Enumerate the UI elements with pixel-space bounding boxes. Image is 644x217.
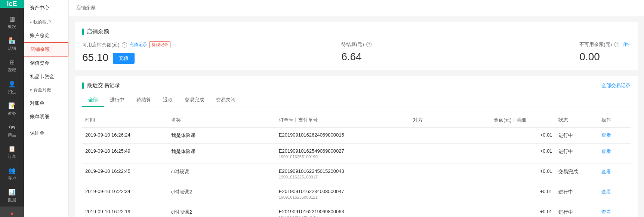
sidebar-label-course: 课程 — [8, 67, 16, 73]
customer-icon: 👥 — [8, 167, 16, 174]
cell-time-4: 2019-09-10 16:22:19 — [82, 204, 168, 217]
available-value-row: 65.10 充值 — [82, 51, 187, 64]
available-value: 65.10 — [82, 52, 108, 64]
nav-deposit[interactable]: 保证金 — [24, 126, 68, 140]
tab-refund[interactable]: 退款 — [157, 94, 179, 107]
nav-shop-balance[interactable]: 店铺余额 — [24, 42, 68, 56]
cell-action-2: 查看 — [598, 164, 631, 184]
unavailable-info-icon: ? — [614, 42, 619, 47]
cell-order-3: E20190910162234008500047 190910162360001… — [276, 184, 410, 204]
pending-label: 待结算(元) ? — [341, 41, 372, 48]
secondary-nav-title: 资产中心 — [24, 0, 68, 16]
my-account-section[interactable]: ▾ 我的账户 — [24, 16, 68, 29]
cell-party-3 — [410, 184, 491, 204]
balance-right: 不可用余额(元) ? 明细 0.00 — [526, 41, 631, 63]
nav-account-overview[interactable]: 账户总览 — [24, 29, 68, 42]
order-sub-2: 19091016225100017 — [279, 175, 407, 179]
cell-action-3: 查看 — [598, 184, 631, 204]
cell-name-2: cl时段课 — [168, 164, 276, 184]
unavailable-detail-link[interactable]: 明细 — [622, 42, 631, 48]
cell-action-4: 查看 — [598, 204, 631, 217]
col-header-party: 对方 — [410, 113, 491, 128]
unavailable-label-text: 不可用余额(元) — [579, 41, 612, 48]
balance-title-text: 店铺余额 — [87, 28, 109, 35]
course-icon: ⊞ — [10, 59, 15, 66]
cell-status-4: 进行中 — [555, 204, 598, 217]
content-body: 店铺余额 可用店铺余额(元) ? 充值记录 提现记录 65.10 充值 — [69, 16, 644, 217]
sidebar-label-order: 订单 — [8, 154, 16, 159]
app-logo: IcE — [0, 0, 24, 8]
transaction-tabs: 全部 进行中 待结算 退款 交易完成 交易关闭 — [82, 94, 631, 107]
pending-label-text: 待结算(元) — [341, 41, 364, 48]
academic-icon: 📝 — [8, 102, 16, 109]
cell-action-1: 查看 — [598, 144, 631, 164]
cell-time-1: 2019-09-10 16:25:49 — [82, 144, 168, 164]
col-header-status: 状态 — [555, 113, 598, 128]
cell-party-1 — [410, 144, 491, 164]
order-sub-4: 19091016221000142 — [279, 215, 407, 217]
transaction-title-text: 最近交易记录 — [87, 82, 120, 89]
tab-all[interactable]: 全部 — [82, 94, 104, 107]
sidebar-label-product: 商品 — [8, 132, 16, 138]
cell-order-4: E20190910162219069800063 190910162210001… — [276, 204, 410, 217]
tab-closed[interactable]: 交易关闭 — [210, 94, 241, 107]
nav-stored-value[interactable]: 储值资金 — [24, 56, 68, 70]
cell-party-4 — [410, 204, 491, 217]
sidebar-item-shop[interactable]: 🏪 店铺 — [0, 33, 24, 55]
view-link-1[interactable]: 查看 — [601, 149, 611, 154]
cell-party-2 — [410, 164, 491, 184]
my-account-arrow: ▾ — [30, 20, 32, 24]
cell-status-0: 进行中 — [555, 128, 598, 144]
transaction-title-bar — [82, 82, 84, 89]
view-link-2[interactable]: 查看 — [601, 169, 611, 174]
pending-info-icon: ? — [366, 42, 372, 47]
cell-action-0: 查看 — [598, 128, 631, 144]
table-row: 2019-09-10 16:25:49 我是体验课 E2019091016254… — [82, 144, 631, 164]
shop-icon: 🏪 — [8, 37, 16, 44]
view-link-3[interactable]: 查看 — [601, 189, 611, 195]
col-header-action: 操作 — [598, 113, 631, 128]
col-header-name: 名称 — [168, 113, 276, 128]
main-content: 店铺余额 店铺余额 可用店铺余额(元) ? 充值记录 提现记录 65.1 — [69, 0, 644, 217]
tab-ongoing[interactable]: 进行中 — [104, 94, 130, 107]
cell-amount-2: +0.01 — [491, 164, 555, 184]
view-link-4[interactable]: 查看 — [601, 209, 611, 215]
all-records-link[interactable]: 全部交易记录 — [601, 82, 631, 89]
table-row: 2019-09-10 16:26:24 我是体验课 E2019091016262… — [82, 128, 631, 144]
cell-amount-0: +0.01 — [491, 128, 555, 144]
sidebar-item-academic[interactable]: 📝 教务 — [0, 98, 24, 120]
cell-name-4: cl时段课2 — [168, 204, 276, 217]
sidebar-item-data[interactable]: 📊 数据 — [0, 185, 24, 207]
col-header-order: 订单号丨支付单号 — [276, 113, 410, 128]
sidebar-label-overview: 概况 — [8, 24, 16, 30]
sidebar-item-order[interactable]: 📋 订单 — [0, 141, 24, 163]
sidebar: IcE ▦ 概况 🏪 店铺 ⊞ 课程 👤 招生 📝 教务 🛍 商品 📋 订单 — [0, 0, 24, 217]
sidebar-item-course[interactable]: ⊞ 课程 — [0, 55, 24, 77]
sidebar-item-enroll[interactable]: 👤 招生 — [0, 77, 24, 98]
withdraw-record-link[interactable]: 提现记录 — [150, 41, 170, 48]
recharge-button[interactable]: 充值 — [113, 53, 135, 64]
asset-account-section[interactable]: ▾ 资金对账 — [24, 83, 68, 97]
order-sub-3: 19091016236000121 — [279, 195, 407, 199]
sidebar-item-overview[interactable]: ▦ 概况 — [0, 12, 24, 33]
cell-order-0: E20190910162624069800015 — [276, 128, 410, 144]
sidebar-item-product[interactable]: 🛍 商品 — [0, 120, 24, 141]
table-row: 2019-09-10 16:22:45 cl时段课 E2019091016224… — [82, 164, 631, 184]
sidebar-label-enroll: 招生 — [8, 89, 16, 95]
nav-gift-card[interactable]: 礼品卡资金 — [24, 70, 68, 83]
sidebar-item-customer[interactable]: 👥 客户 — [0, 163, 24, 185]
table-head: 时间 名称 订单号丨支付单号 对方 金额(元)丨明细 状态 操作 — [82, 113, 631, 128]
charge-record-link[interactable]: 充值记录 — [129, 42, 147, 48]
transaction-table: 时间 名称 订单号丨支付单号 对方 金额(元)丨明细 状态 操作 2019-09… — [82, 113, 631, 217]
tab-complete[interactable]: 交易完成 — [179, 94, 210, 107]
sidebar-item-asset[interactable]: ● 资产 — [0, 207, 24, 217]
asset-icon: ● — [10, 210, 14, 217]
view-link-0[interactable]: 查看 — [601, 132, 611, 138]
cell-time-2: 2019-09-10 16:22:45 — [82, 164, 168, 184]
nav-bill-detail[interactable]: 账单明细 — [24, 110, 68, 123]
cell-amount-4: +0.01 — [491, 204, 555, 217]
cell-status-2: 交易完成 — [555, 164, 598, 184]
nav-statement[interactable]: 对账单 — [24, 97, 68, 110]
tab-pending[interactable]: 待结算 — [130, 94, 157, 107]
col-header-amount: 金额(元)丨明细 — [491, 113, 555, 128]
